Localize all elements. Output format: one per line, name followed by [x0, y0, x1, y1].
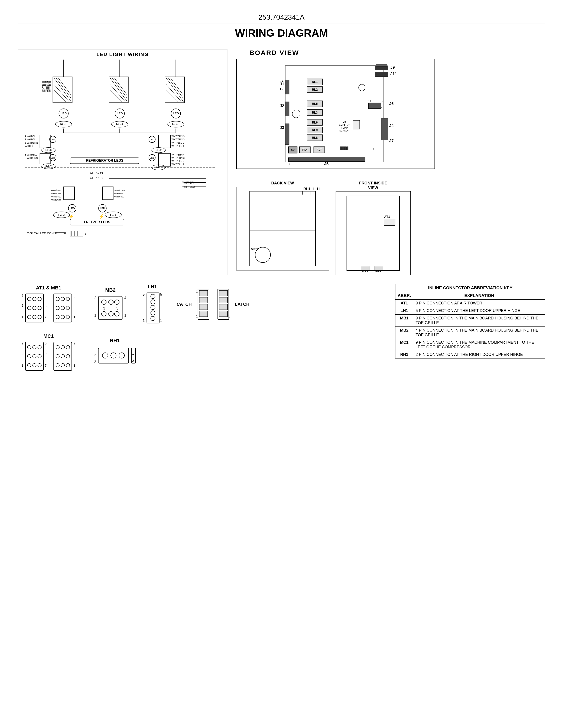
- svg-point-275: [66, 355, 70, 358]
- svg-text:1: 1: [373, 148, 375, 151]
- abbr-cell: RH1: [396, 351, 413, 358]
- svg-text:RG-3: RG-3: [172, 122, 179, 126]
- svg-text:LED: LED: [100, 207, 105, 210]
- svg-text:1: 1: [85, 232, 86, 235]
- svg-text:WHT/RED: WHT/RED: [89, 177, 102, 180]
- svg-point-198: [33, 306, 36, 310]
- svg-text:REFRIGERATOR LEDS: REFRIGERATOR LEDS: [86, 159, 123, 162]
- svg-text:RL8: RL8: [312, 136, 318, 139]
- svg-point-209: [56, 306, 59, 310]
- lh1-connector: LH1 5 1 5 1: [141, 284, 163, 325]
- lh1-svg: 5 1 5 1: [141, 291, 163, 325]
- svg-point-236: [151, 311, 155, 315]
- explanation-cell: 9 PIN CONNECTION AT AIR TOWER: [413, 300, 545, 307]
- svg-rect-63: [158, 135, 170, 148]
- svg-text:⚡: ⚡: [68, 214, 74, 219]
- svg-text:2: 2: [94, 353, 96, 357]
- main-title: WIRING DIAGRAM: [18, 24, 545, 42]
- document-number: 253.7042341A: [18, 13, 545, 21]
- svg-rect-249: [219, 297, 227, 303]
- lh1-label: LH1: [148, 284, 157, 290]
- svg-point-201: [33, 315, 36, 319]
- svg-text:FZ-2: FZ-2: [58, 213, 65, 216]
- svg-text:2 4: 2 4: [280, 80, 284, 83]
- rh1-connector: RH1 2 2 2 2: [93, 338, 137, 367]
- svg-text:LED: LED: [173, 112, 179, 115]
- svg-rect-182: [347, 196, 400, 270]
- svg-point-258: [33, 345, 36, 349]
- svg-point-194: [27, 297, 31, 301]
- svg-text:FREEZER LEDS: FREEZER LEDS: [84, 220, 110, 224]
- svg-line-29: [166, 78, 183, 102]
- catch-svg: 1 1: [195, 288, 212, 321]
- svg-rect-47: [40, 135, 51, 148]
- svg-text:2: 2: [132, 354, 134, 357]
- svg-rect-169: [285, 80, 289, 94]
- svg-text:WHT/BRN 3: WHT/BRN 3: [171, 138, 184, 141]
- board-view-section: BOARD VIEW J9 J11 J1 2 4: [236, 49, 545, 170]
- svg-text:LED: LED: [150, 157, 154, 159]
- svg-point-263: [27, 364, 31, 367]
- svg-text:SENSOR: SENSOR: [339, 129, 350, 132]
- explanation-cell: 5 PIN CONNECTION AT THE LEFT DOOR UPPER …: [413, 307, 545, 315]
- svg-rect-166: [345, 147, 346, 150]
- svg-point-234: [151, 300, 155, 304]
- svg-text:J2: J2: [280, 104, 284, 108]
- svg-point-208: [66, 297, 70, 301]
- svg-point-179: [255, 247, 271, 263]
- svg-text:WHT/BRN 4: WHT/BRN 4: [171, 153, 184, 156]
- svg-text:MC1: MC1: [251, 247, 258, 251]
- svg-rect-162: [369, 103, 381, 109]
- svg-text:3 WHT/BRN: 3 WHT/BRN: [25, 157, 38, 159]
- abbr-cell: MC1: [396, 339, 413, 351]
- svg-text:2: 2: [132, 359, 134, 362]
- svg-rect-120: [375, 72, 388, 77]
- svg-text:1: 1: [228, 315, 230, 318]
- svg-point-261: [33, 355, 36, 358]
- svg-text:RG-6: RG-6: [45, 148, 52, 151]
- svg-text:WHT/GRN: WHT/GRN: [51, 189, 62, 191]
- svg-text:LED: LED: [60, 112, 66, 115]
- svg-point-211: [66, 306, 70, 310]
- explanation-col-header: EXPLANATION: [413, 292, 545, 300]
- svg-rect-248: [219, 291, 227, 296]
- table-row: MB19 PIN CONNECTION IN THE MAIN BOARD HO…: [396, 315, 545, 327]
- svg-point-284: [111, 353, 116, 358]
- svg-text:WHT/RED: WHT/RED: [51, 199, 62, 201]
- svg-rect-109: [70, 231, 83, 236]
- at1-mb1-label: AT1 & MB1: [36, 285, 61, 291]
- svg-point-257: [27, 345, 31, 349]
- svg-text:9: 9: [45, 352, 47, 356]
- svg-point-272: [66, 345, 70, 349]
- svg-rect-92: [102, 187, 113, 200]
- svg-point-173: [359, 84, 365, 91]
- front-inside-view: FRONT INSIDEVIEW AT1 MB1 MB2: [336, 181, 411, 275]
- svg-text:1: 1: [22, 364, 23, 367]
- svg-point-259: [38, 345, 41, 349]
- svg-text:⚡: ⚡: [99, 214, 104, 219]
- svg-rect-170: [285, 102, 289, 116]
- svg-point-264: [33, 364, 36, 367]
- svg-text:9: 9: [22, 304, 23, 307]
- rh1-label: RH1: [110, 338, 120, 343]
- svg-text:WHT/BLU: WHT/BLU: [25, 145, 35, 147]
- svg-text:LED: LED: [70, 207, 75, 210]
- svg-point-214: [66, 315, 70, 319]
- svg-text:WHT/BLU 2: WHT/BLU 2: [171, 141, 184, 144]
- svg-text:9: 9: [22, 352, 23, 356]
- svg-text:WHT/RED: WHT/RED: [114, 195, 124, 198]
- connector-row-1: AT1 & MB1 3 9 1: [18, 284, 386, 325]
- svg-rect-174: [250, 191, 316, 266]
- svg-rect-118: [376, 65, 387, 66]
- abbr-cell: LH1: [396, 307, 413, 315]
- page: 253.7042341A WIRING DIAGRAM LED LIGHT WI…: [0, 0, 563, 728]
- svg-point-285: [119, 353, 124, 358]
- svg-text:3: 3: [103, 306, 105, 310]
- svg-line-32: [166, 84, 181, 101]
- mb2-connector: MB2 2 1 4 1 3: [93, 287, 128, 321]
- svg-text:4: 4: [124, 296, 126, 300]
- svg-text:3: 3: [73, 342, 75, 345]
- svg-point-224: [109, 311, 113, 316]
- svg-rect-241: [199, 291, 207, 296]
- svg-point-265: [38, 364, 41, 367]
